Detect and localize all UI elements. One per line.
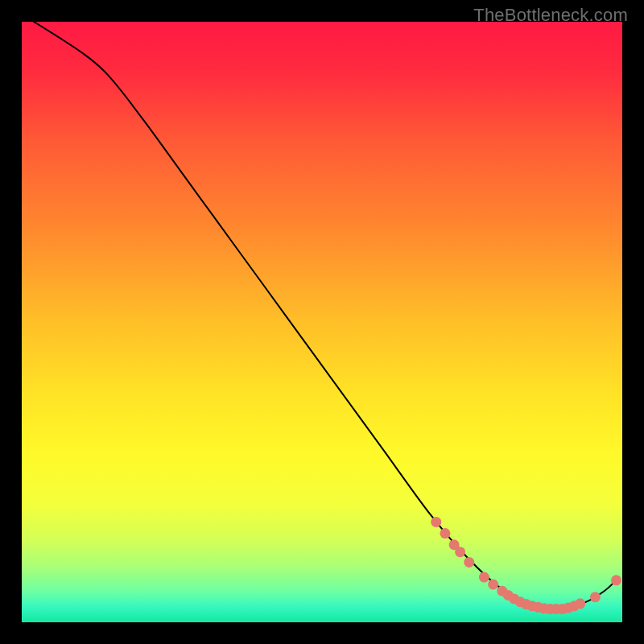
- gradient-rect: [22, 22, 622, 622]
- data-marker: [440, 528, 450, 539]
- plot-area: [22, 22, 622, 622]
- plot-svg: [22, 22, 622, 622]
- data-marker: [479, 572, 489, 583]
- data-marker: [575, 598, 585, 609]
- data-marker: [464, 557, 474, 568]
- data-marker: [455, 547, 465, 557]
- data-marker: [431, 517, 441, 527]
- data-marker: [488, 580, 498, 590]
- data-marker: [611, 575, 621, 585]
- watermark-text: TheBottleneck.com: [473, 5, 628, 26]
- data-marker: [590, 592, 601, 602]
- chart-stage: TheBottleneck.com: [0, 0, 644, 644]
